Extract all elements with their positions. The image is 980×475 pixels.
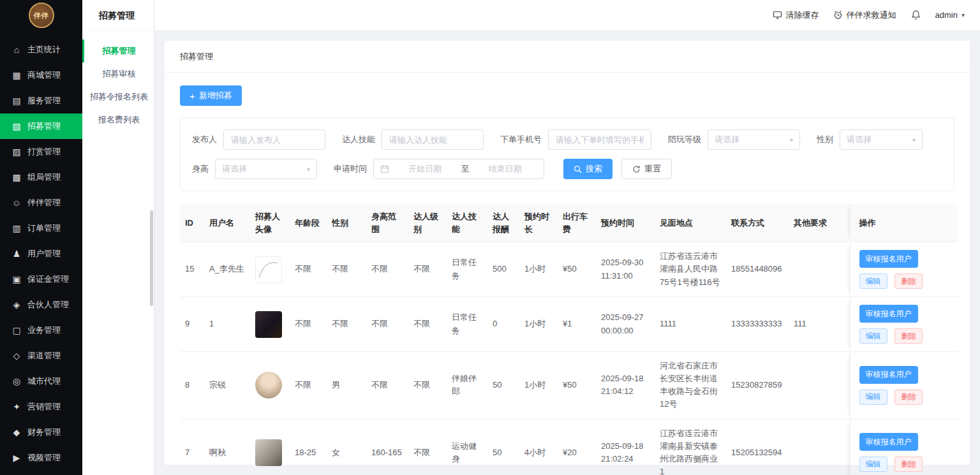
delete-button[interactable]: 删除 (895, 457, 923, 472)
user-menu[interactable]: admin ▾ (935, 10, 965, 20)
phone-input[interactable] (548, 129, 651, 150)
cell-duration: 4小时 (519, 419, 558, 475)
cell-username: 宗锐 (204, 352, 250, 420)
cell-address: 江苏省连云港市灌南县新安镇泰州北路西侧商业1 (655, 419, 726, 475)
search-button[interactable]: 搜索 (563, 159, 612, 179)
table-header-row: ID 用户名 招募人头像 年龄段 性别 身高范围 达人级别 达人技能 达人报酬 (180, 204, 958, 242)
video-icon: ▶ (11, 453, 22, 463)
publisher-input[interactable] (223, 129, 325, 150)
chevron-down-icon: ▾ (912, 136, 916, 143)
review-signup-button[interactable]: 审核报名用户 (859, 433, 918, 451)
submenu-nav: 招募管理 招募审核 招募令报名列表 报名费列表 (82, 31, 154, 131)
start-date-placeholder: 开始日期 (393, 163, 457, 175)
notification-bell-button[interactable] (910, 10, 921, 20)
sidebar-item-recruit[interactable]: ▧招募管理 (0, 113, 82, 139)
sidebar-item-business[interactable]: ▢业务管理 (0, 318, 82, 343)
home-icon: ⌂ (11, 45, 22, 55)
cell-gender: 男 (327, 352, 366, 420)
sidebar-item-service[interactable]: ▤服务管理 (0, 88, 82, 113)
cell-level: 不限 (408, 352, 447, 420)
filter-publisher: 发布人 (192, 129, 325, 150)
date-range-picker[interactable]: 开始日期 至 结束日期 (373, 159, 544, 179)
sidebar-item-label: 组局管理 (27, 172, 61, 183)
cell-height: 不限 (366, 297, 408, 352)
delete-button[interactable]: 删除 (895, 390, 923, 405)
edit-button[interactable]: 编辑 (859, 328, 887, 344)
filter-row-1: 发布人 达人技能 下单手机号 (192, 129, 942, 150)
cell-other: 111 (789, 297, 850, 352)
cell-gender: 不限 (327, 242, 366, 297)
sidebar-item-marketing[interactable]: ✦营销管理 (0, 394, 82, 420)
sidebar-item-finance[interactable]: ◆财务管理 (0, 420, 82, 445)
sidebar-item-label: 用户管理 (27, 248, 61, 259)
finance-icon: ◆ (11, 427, 22, 437)
sidebar-item-cooperator[interactable]: ◈合伙人管理 (0, 292, 82, 318)
chevron-down-icon: ▾ (961, 11, 965, 18)
sidebar-item-group[interactable]: ▩组局管理 (0, 164, 82, 190)
col-level: 达人级别 (408, 204, 447, 242)
content-card: 招募管理 + 新增招募 发布人 (165, 41, 970, 465)
sidebar-item-video[interactable]: ▶视频管理 (0, 445, 82, 471)
recruit-icon: ▧ (11, 121, 22, 131)
gender-select-placeholder: 请选择 (847, 134, 872, 145)
cell-level: 不限 (408, 419, 447, 475)
review-signup-button[interactable]: 审核报名用户 (859, 366, 918, 384)
col-duration: 预约时长 (519, 204, 558, 242)
cell-height: 不限 (366, 352, 408, 420)
edit-button[interactable]: 编辑 (859, 457, 887, 472)
level-select-placeholder: 请选择 (715, 134, 739, 145)
sidebar-item-order[interactable]: ▥订单管理 (0, 216, 82, 241)
avatar (255, 439, 282, 466)
level-select[interactable]: 请选择 ▾ (708, 129, 800, 150)
filter-panel: 发布人 达人技能 下单手机号 (180, 117, 954, 191)
calendar-icon (380, 164, 389, 173)
sidebar-item-mall[interactable]: ▦商城管理 (0, 62, 82, 88)
col-action: 操作 (850, 204, 958, 242)
filter-gender: 性别 请选择 ▾ (817, 129, 923, 150)
review-signup-button[interactable]: 审核报名用户 (859, 250, 918, 268)
sidebar-item-reward[interactable]: ▨打赏管理 (0, 139, 82, 164)
submenu-scrollbar[interactable] (150, 210, 153, 306)
edit-button[interactable]: 编辑 (859, 390, 887, 405)
reset-button[interactable]: 重置 (621, 159, 672, 179)
sidebar-item-user[interactable]: ♟用户管理 (0, 241, 82, 267)
cell-id: 7 (180, 419, 204, 475)
avatar (255, 372, 282, 398)
skill-input[interactable] (382, 129, 484, 150)
delete-button[interactable]: 删除 (895, 274, 923, 289)
submenu-item-recruit-manage[interactable]: 招募管理 (82, 40, 154, 62)
sidebar-item-channel[interactable]: ◇渠道管理 (0, 343, 82, 369)
gender-select[interactable]: 请选择 ▾ (840, 129, 923, 150)
cell-level: 不限 (408, 242, 447, 297)
filter-skill: 达人技能 (342, 129, 484, 150)
col-avatar: 招募人头像 (250, 204, 290, 242)
cooperator-icon: ◈ (11, 300, 22, 310)
sidebar-item-city-agent[interactable]: ◎城市代理 (0, 369, 82, 394)
submenu-item-recruit-signup-list[interactable]: 招募令报名列表 (82, 85, 154, 108)
review-signup-button[interactable]: 审核报名用户 (859, 305, 918, 323)
cell-gender: 女 (327, 419, 366, 475)
edit-button[interactable]: 编辑 (859, 274, 887, 289)
submenu-panel: 招募管理 招募管理 招募审核 招募令报名列表 报名费列表 (82, 0, 154, 475)
end-date-placeholder: 结束日期 (473, 163, 538, 175)
logo[interactable]: 伴伴 (0, 0, 82, 31)
sidebar-item-deposit[interactable]: ▣保证金管理 (0, 267, 82, 292)
cell-contact: 18551448096 (726, 242, 789, 297)
cell-fare: ¥50 (558, 242, 596, 297)
clear-cache-button[interactable]: 清除缓存 (773, 10, 819, 21)
phone-label: 下单手机号 (500, 134, 542, 145)
cell-address: 江苏省连云港市灌南县人民中路75号1号楼116号 (655, 242, 726, 297)
sos-notice-button[interactable]: 伴伴求救通知 (833, 10, 896, 21)
cell-id: 15 (180, 242, 204, 297)
add-recruit-button[interactable]: + 新增招募 (180, 85, 242, 106)
height-select[interactable]: 请选择 ▾ (215, 159, 317, 179)
cell-username: A_李先生 (204, 242, 250, 297)
sidebar-item-stats[interactable]: ⌂主页统计 (0, 37, 82, 62)
filter-row-2: 身高 请选择 ▾ 申请时间 开始日期 (192, 159, 942, 179)
sidebar-item-label: 城市代理 (27, 376, 61, 387)
submenu-item-recruit-audit[interactable]: 招募审核 (82, 62, 154, 85)
table-row: 15 A_李先生 不限 不限 不限 不限 日常任务 500 1小时 (180, 242, 958, 297)
delete-button[interactable]: 删除 (895, 328, 923, 344)
sidebar-item-partner[interactable]: ☺伴伴管理 (0, 190, 82, 216)
submenu-item-signup-fee-list[interactable]: 报名费列表 (82, 108, 154, 131)
